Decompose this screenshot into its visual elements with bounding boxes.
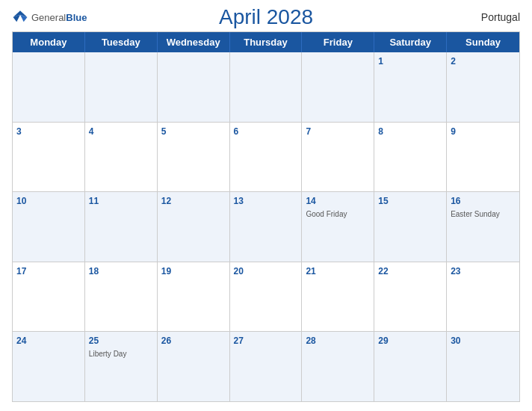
calendar-cell: 12 [158, 192, 230, 262]
calendar-cell: 22 [374, 262, 447, 332]
calendar-cell: 16Easter Sunday [447, 192, 519, 262]
calendar-cell: 2 [447, 52, 519, 122]
day-event: Liberty Day [89, 349, 153, 359]
day-number: 28 [306, 335, 370, 347]
calendar-cell: 18 [85, 262, 158, 332]
day-number: 18 [89, 265, 153, 278]
page: GeneralBlue April 2028 Portugal MondayTu… [0, 0, 532, 411]
calendar-cell: 20 [230, 262, 303, 332]
svg-marker-0 [13, 10, 28, 17]
day-number: 20 [234, 265, 298, 278]
day-number: 24 [16, 335, 81, 347]
calendar-cell [230, 52, 303, 122]
calendar-body: 1234567891011121314Good Friday1516Easter… [13, 52, 519, 401]
calendar-cell: 11 [85, 192, 158, 262]
calendar-cell: 15 [374, 192, 447, 262]
logo-icon [12, 9, 28, 25]
logo: GeneralBlue [12, 9, 87, 25]
day-event: Good Friday [306, 209, 370, 219]
day-number: 2 [451, 55, 516, 68]
day-number: 3 [16, 126, 81, 138]
calendar-week-4: 17181920212223 [13, 262, 519, 333]
calendar-cell: 1 [374, 52, 447, 122]
calendar-cell: 9 [447, 123, 519, 192]
day-number: 22 [378, 265, 442, 278]
calendar-week-5: 2425Liberty Day2627282930 [13, 332, 519, 401]
col-header-wednesday: Wednesday [158, 32, 230, 52]
calendar-cell: 28 [302, 332, 374, 401]
logo-general: GeneralBlue [31, 10, 87, 24]
calendar-cell [85, 52, 158, 122]
day-number: 10 [16, 195, 81, 208]
calendar-cell: 21 [302, 262, 374, 332]
calendar-cell: 13 [230, 192, 303, 262]
day-number: 13 [234, 195, 298, 208]
calendar-cell: 8 [374, 123, 447, 192]
col-header-friday: Friday [302, 32, 374, 52]
calendar-cell [13, 52, 85, 122]
calendar-cell: 25Liberty Day [85, 332, 158, 401]
calendar-cell [158, 52, 230, 122]
day-number: 21 [306, 265, 370, 278]
day-number: 29 [378, 335, 442, 347]
calendar-cell: 14Good Friday [302, 192, 374, 262]
day-number: 23 [451, 265, 516, 278]
calendar-cell: 29 [374, 332, 447, 401]
calendar-header: MondayTuesdayWednesdayThursdayFridaySatu… [13, 32, 519, 52]
day-number: 30 [451, 335, 516, 347]
day-number: 9 [451, 126, 516, 138]
day-number: 27 [234, 335, 298, 347]
day-event: Easter Sunday [451, 209, 516, 219]
day-number: 6 [234, 126, 298, 138]
calendar-week-1: 12 [13, 52, 519, 123]
day-number: 8 [378, 126, 442, 138]
calendar-cell: 3 [13, 123, 85, 192]
calendar-cell [302, 52, 374, 122]
day-number: 11 [89, 195, 153, 208]
page-title: April 2028 [219, 5, 313, 29]
day-number: 1 [378, 55, 442, 68]
country-label: Portugal [481, 11, 520, 23]
day-number: 17 [16, 265, 81, 278]
col-header-tuesday: Tuesday [85, 32, 158, 52]
day-number: 19 [161, 265, 226, 278]
header: GeneralBlue April 2028 Portugal [12, 9, 520, 25]
calendar: MondayTuesdayWednesdayThursdayFridaySatu… [12, 31, 520, 402]
day-number: 7 [306, 126, 370, 138]
calendar-cell: 23 [447, 262, 519, 332]
col-header-saturday: Saturday [374, 32, 447, 52]
day-number: 16 [451, 195, 516, 208]
calendar-cell: 27 [230, 332, 303, 401]
calendar-cell: 26 [158, 332, 230, 401]
day-number: 5 [161, 126, 226, 138]
calendar-cell: 5 [158, 123, 230, 192]
calendar-cell: 30 [447, 332, 519, 401]
calendar-cell: 6 [230, 123, 303, 192]
day-number: 26 [161, 335, 226, 347]
day-number: 25 [89, 335, 153, 347]
calendar-cell: 10 [13, 192, 85, 262]
day-number: 12 [161, 195, 226, 208]
day-number: 15 [378, 195, 442, 208]
calendar-cell: 19 [158, 262, 230, 332]
day-number: 4 [89, 126, 153, 138]
calendar-cell: 24 [13, 332, 85, 401]
day-number: 14 [306, 195, 370, 208]
calendar-week-3: 1011121314Good Friday1516Easter Sunday [13, 192, 519, 262]
col-header-thursday: Thursday [230, 32, 303, 52]
calendar-cell: 7 [302, 123, 374, 192]
calendar-cell: 4 [85, 123, 158, 192]
calendar-week-2: 3456789 [13, 123, 519, 193]
calendar-cell: 17 [13, 262, 85, 332]
col-header-monday: Monday [13, 32, 85, 52]
col-header-sunday: Sunday [447, 32, 519, 52]
